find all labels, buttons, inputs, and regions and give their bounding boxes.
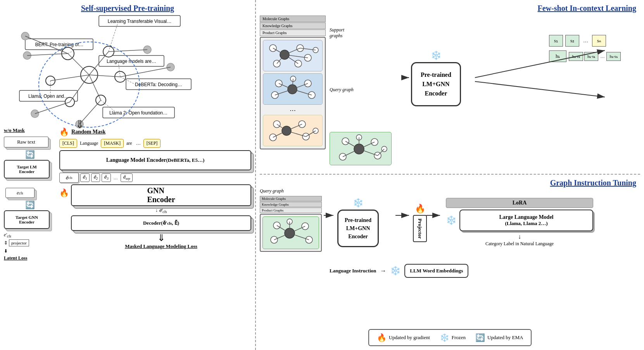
s1-box: s₁: [549, 35, 563, 47]
h1-box: h₁: [549, 50, 567, 62]
emb-e2: ẽ2: [91, 173, 100, 182]
ecls-box: ecls: [5, 188, 35, 198]
random-mask-column: 🔥 Random Mask [CLS] Language [MASK] are …: [59, 127, 251, 250]
few-shot-title: Few-shot In-context Learning: [538, 4, 636, 13]
emb-e1: ẽ1: [80, 173, 90, 182]
svg-text:Llama: Open and…: Llama: Open and…: [28, 94, 69, 99]
support-graph-1: [263, 40, 323, 71]
target-gnn-encoder: Target GNNEncoder: [4, 210, 50, 229]
pretrained-encoder-fs: ❄️ Pre-trainedLM+GNNEncoder: [411, 50, 461, 106]
graph-instruction-title: Graph Instruction Tuning: [550, 178, 636, 187]
lm-encoder-box: Language Model Encoder(DeBERTa, E5…): [59, 150, 251, 170]
pretrained-encoder-gi: ❄️ Pre-trainedLM+GNNEncoder: [337, 198, 379, 247]
pretrained-lmgnn-fs-box: Pre-trainedLM+GNNEncoder: [411, 62, 461, 106]
masked-lm-loss-label: Masked Language Modeling Loss: [71, 243, 251, 250]
main-container: Self-supervised Pre-training Learning Tr…: [0, 0, 644, 350]
token-language: Language: [79, 140, 99, 147]
support-graph-3: [263, 115, 323, 146]
right-panel: Few-shot In-context Learning Molecule Gr…: [256, 0, 644, 350]
query-label-fs: Query graph: [330, 87, 354, 93]
hsn-box: h₁·s₁: [606, 52, 621, 61]
ecls-prime-label: e'cls: [4, 232, 11, 238]
sn-box: sₙ: [592, 35, 606, 47]
gi-tab-molecule: Molecule Graphs: [260, 196, 322, 201]
legend-snowflake-label: Frozen: [452, 334, 466, 341]
token-are: are: [125, 140, 133, 147]
hs-row: h₁·s₁ h₁·s₁ … h₁·s₁: [569, 52, 621, 61]
emb-esep: ẽsep: [121, 173, 133, 182]
query-graph-gi: Query graph Molecule Graphs Knowledge Gr…: [260, 188, 322, 252]
legend-bar: 🔥 Updated by gradient ❄️ Frozen 🔄 Update…: [368, 329, 532, 346]
target-lm-encoder: Target LMEncoder: [4, 160, 50, 178]
fire-icon-gnn: 🔥: [59, 188, 69, 198]
svg-line-26: [68, 54, 89, 75]
query-graph-container: [330, 132, 392, 165]
projector-section: 🔥 Projector: [413, 204, 427, 242]
fire-icon-projector: 🔥: [415, 204, 425, 214]
graphs-dots: ⋯: [263, 107, 323, 114]
left-panel: Self-supervised Pre-training Learning Tr…: [0, 0, 256, 350]
snowflake-llm: ❄️: [446, 215, 456, 225]
legend-fire-icon: 🔥: [377, 333, 387, 342]
query-graph-svg: [332, 134, 390, 161]
graph-instruction-section: Graph Instruction Tuning Query graph Mol…: [260, 175, 640, 345]
llm-word-emb-box: LLM Word Embeddings: [404, 264, 468, 278]
snowflake-fs: ❄️: [411, 50, 461, 61]
token-cls: [CLS]: [59, 139, 77, 148]
graph3-svg: [265, 117, 321, 142]
h1-row: h₁ h₁·s₁ h₁·s₁ … h₁·s₁: [549, 50, 621, 62]
s2-box: s₂: [565, 35, 579, 47]
projector-vertical: Projector: [413, 215, 427, 242]
gi-stacked-panel: Molecule Graphs Knowledge Graphs Product…: [260, 196, 322, 252]
llm-box: Large Language Model(Llama, Llama 2…): [459, 210, 593, 231]
hs-dots: …: [599, 53, 605, 59]
left-section-title: Self-supervised Pre-training: [4, 4, 251, 13]
tab-knowledge: Knowledge Graphs: [260, 23, 326, 29]
legend-container: 🔥 Updated by gradient ❄️ Frozen 🔄 Update…: [256, 329, 644, 346]
side-labels: Supportgraphs Query graph: [330, 27, 354, 93]
lora-box: LoRA: [446, 198, 593, 208]
query-graph: [330, 132, 392, 165]
knowledge-graph-area: Learning Transferable Visual… BERT: Pre-…: [4, 15, 251, 131]
ema-icon-gnn: 🔄: [4, 200, 56, 210]
hs2-box: h₁·s₁: [584, 52, 599, 61]
legend-snowflake: ❄️ Frozen: [440, 333, 466, 342]
legend-snowflake-icon: ❄️: [440, 333, 449, 342]
tab-product: Product Graphs: [260, 29, 326, 36]
s-dots: …: [582, 36, 590, 45]
tab-molecule: Molecule Graphs: [260, 16, 326, 22]
svg-line-36: [35, 102, 70, 114]
language-instruction-label: Language Instruction: [330, 267, 376, 274]
snowflake-gi: ❄️: [337, 198, 379, 208]
arrow-down-category: ↓: [446, 233, 593, 240]
gi-tab-knowledge: Knowledge Graphs: [260, 202, 322, 207]
graph-svg: Learning Transferable Visual… BERT: Pre-…: [4, 15, 252, 129]
svg-text:Learning Transferable Visual…: Learning Transferable Visual…: [108, 19, 172, 24]
ema-icon-lm: 🔄: [4, 150, 56, 159]
arrow-to-emb: →: [380, 267, 386, 274]
gnn-encoder-box: GNNEncoder: [71, 184, 251, 206]
snowflake-word-emb: ❄️: [390, 266, 401, 276]
svg-line-35: [120, 67, 171, 77]
support-graphs-label: Supportgraphs: [330, 27, 354, 39]
emb-ecls: ẽcls: [59, 173, 79, 183]
token-dots: …: [135, 140, 142, 147]
lora-llm-section: LoRA ❄️ Large Language Model(Llama, Llam…: [446, 198, 593, 247]
svg-text:DeBERTa: Decoding…: DeBERTa: Decoding…: [135, 82, 182, 87]
legend-fire: 🔥 Updated by gradient: [377, 333, 430, 342]
token-sep: [SEP]: [143, 139, 161, 148]
graph2-svg: [265, 76, 321, 101]
query-label-gi: Query graph: [260, 188, 322, 194]
arrow-down-loss: ⇓: [71, 232, 251, 243]
gi-main-graph: [262, 217, 319, 249]
language-instruction-row: Language Instruction → ❄️ LLM Word Embed…: [330, 264, 468, 278]
svg-text:⇓: ⇓: [75, 118, 84, 129]
token-mask: [MASK]: [101, 139, 124, 148]
svg-text:Llama 2: Open foundation…: Llama 2: Open foundation…: [109, 110, 167, 116]
legend-ema: 🔄 Updated by EMA: [475, 333, 523, 342]
legend-ema-icon: 🔄: [475, 333, 485, 342]
projector-box-left: projector: [9, 239, 29, 246]
pretrained-lmgnn-gi-box: Pre-trainedLM+GNNEncoder: [337, 210, 379, 247]
emb-dots: …: [112, 175, 119, 181]
emb-e3: ẽ3: [102, 173, 111, 182]
